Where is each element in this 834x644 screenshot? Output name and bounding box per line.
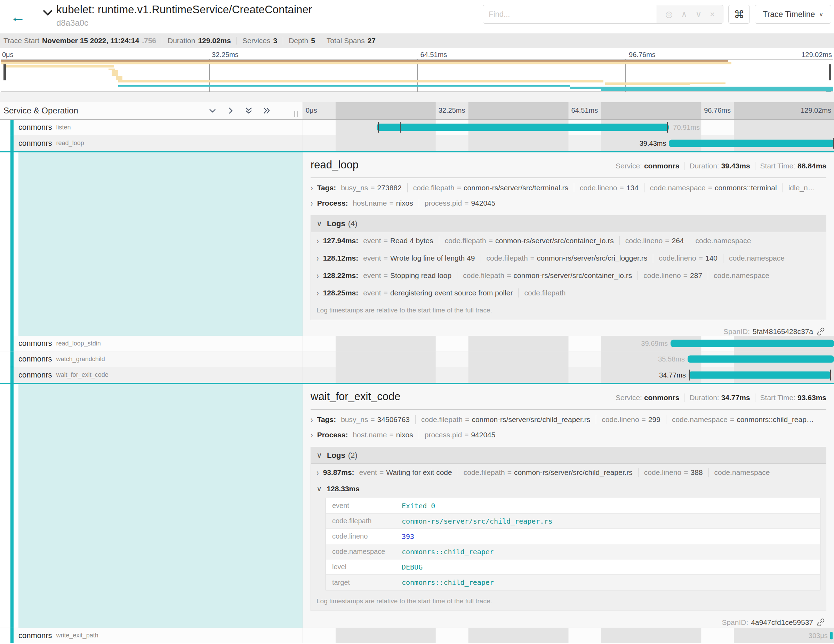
header-controls: ◎ ∧ ∨ × ⌘ Trace Timeline ∨ bbox=[483, 5, 831, 24]
span-color-accent bbox=[10, 628, 14, 643]
expand-all-icon[interactable] bbox=[262, 106, 271, 115]
tags-row[interactable]: › Tags: busy_ns=34506763 code.filepath=c… bbox=[310, 412, 826, 427]
logs-header[interactable]: ∨ Logs(2) bbox=[311, 447, 826, 464]
copy-link-icon[interactable] bbox=[816, 327, 825, 336]
span-color-accent bbox=[10, 351, 14, 367]
span-detail-left-pane[interactable] bbox=[0, 152, 303, 336]
logs-section: ∨ Logs(2) › 93.87ms: event=Waiting for e… bbox=[310, 447, 826, 611]
chevron-down-icon: ∨ bbox=[317, 219, 322, 228]
span-bar[interactable] bbox=[689, 371, 832, 379]
span-name-cell[interactable]: conmonrs listen bbox=[0, 120, 303, 135]
back-button[interactable]: ← bbox=[0, 0, 36, 33]
table-row: event Exited 0 bbox=[326, 498, 820, 513]
table-row: code.namespace conmonrs::child_reaper bbox=[326, 544, 820, 560]
span-service: conmonrs bbox=[18, 631, 52, 640]
span-name-cell[interactable]: conmonrs write_exit_path bbox=[0, 628, 303, 643]
span-operation: write_exit_path bbox=[57, 632, 99, 639]
span-row-watch-grandchild: conmonrs watch_grandchild 35.58ms bbox=[0, 351, 834, 367]
log-entry[interactable]: › 128.22ms: event=Stopping read loop cod… bbox=[311, 267, 826, 284]
trace-title-block: kubelet: runtime.v1.RuntimeService/Creat… bbox=[36, 0, 312, 33]
chevron-down-icon: ∨ bbox=[317, 485, 322, 493]
span-detail-left-pane[interactable] bbox=[0, 384, 303, 628]
page-title: kubelet: runtime.v1.RuntimeService/Creat… bbox=[57, 3, 312, 16]
locate-icon[interactable]: ◎ bbox=[665, 10, 672, 19]
span-detail-meta: Service:conmonrs Duration:34.77ms Start … bbox=[616, 393, 826, 402]
log-entry[interactable]: › 93.87ms: event=Waiting for exit code c… bbox=[311, 464, 826, 481]
span-color-accent bbox=[10, 336, 14, 351]
collapse-all-icon[interactable] bbox=[244, 106, 253, 115]
clear-search-icon[interactable]: × bbox=[710, 10, 715, 19]
chevron-right-icon: › bbox=[317, 253, 319, 264]
span-operation: watch_grandchild bbox=[57, 356, 105, 363]
process-row[interactable]: › Process: host.name=nixos process.pid=9… bbox=[310, 196, 826, 211]
collapse-title-icon[interactable] bbox=[42, 9, 53, 18]
collapse-one-icon[interactable] bbox=[208, 106, 217, 115]
span-operation: read_loop_stdin bbox=[57, 340, 101, 347]
span-service: conmonrs bbox=[18, 371, 52, 380]
log-entry[interactable]: › 127.94ms: event=Read 4 bytes code.file… bbox=[311, 232, 826, 249]
table-row: code.lineno 393 bbox=[326, 529, 820, 544]
span-name-cell[interactable]: conmonrs read_loop_stdin bbox=[0, 336, 303, 351]
span-duration-label: 70.91ms bbox=[673, 123, 700, 131]
logs-header[interactable]: ∨ Logs(4) bbox=[311, 215, 826, 232]
command-icon: ⌘ bbox=[734, 8, 744, 21]
span-detail-read-loop: read_loop Service:conmonrs Duration:39.4… bbox=[0, 152, 834, 336]
span-bar[interactable] bbox=[830, 632, 832, 639]
column-resizer-handle[interactable] bbox=[294, 111, 298, 117]
span-detail-meta: Service:conmonrs Duration:39.43ms Start … bbox=[616, 162, 826, 170]
span-bar[interactable] bbox=[377, 124, 669, 131]
span-detail-title: read_loop bbox=[310, 159, 359, 171]
tags-row[interactable]: › Tags: busy_ns=273882 code.filepath=con… bbox=[310, 180, 826, 196]
span-timeline-cell: 35.58ms bbox=[303, 351, 834, 367]
minimap-canvas[interactable] bbox=[1, 59, 833, 92]
log-entry[interactable]: › 128.25ms: event=deregistering event so… bbox=[311, 284, 826, 302]
chevron-right-icon: › bbox=[310, 414, 313, 425]
table-row: level DEBUG bbox=[326, 560, 820, 575]
find-input[interactable] bbox=[489, 10, 651, 19]
span-service: conmonrs bbox=[18, 123, 52, 132]
span-id-value: 4a947cfd1ce59537 bbox=[751, 618, 813, 626]
span-name-cell[interactable]: conmonrs wait_for_exit_code bbox=[0, 367, 303, 383]
next-result-icon[interactable]: ∨ bbox=[696, 10, 702, 19]
trace-depth: Depth5 bbox=[289, 37, 315, 45]
copy-link-icon[interactable] bbox=[816, 618, 825, 626]
span-row-read-loop: conmonrs read_loop 39.43ms bbox=[0, 135, 834, 152]
span-color-accent bbox=[10, 384, 14, 628]
chevron-right-icon: › bbox=[317, 467, 319, 478]
span-duration-label: 34.77ms bbox=[659, 371, 686, 379]
chevron-right-icon: › bbox=[317, 236, 319, 246]
process-row[interactable]: › Process: host.name=nixos process.pid=9… bbox=[310, 427, 826, 443]
view-selector-label: Trace Timeline bbox=[763, 10, 815, 19]
trace-id: d8a3a0c bbox=[57, 18, 312, 28]
logs-note: Log timestamps are relative to the start… bbox=[311, 302, 826, 320]
chevron-down-icon: ∨ bbox=[317, 451, 322, 460]
span-row-listen: conmonrs listen 70.91ms bbox=[0, 120, 834, 135]
expand-one-icon[interactable] bbox=[226, 106, 235, 115]
span-service: conmonrs bbox=[18, 354, 52, 364]
log-entry[interactable]: › 128.12ms: event=Wrote log line of leng… bbox=[311, 249, 826, 267]
span-id-value: 5faf48165428c37a bbox=[753, 327, 813, 336]
span-timeline-cell: 34.77ms bbox=[303, 367, 834, 383]
span-name-cell[interactable]: conmonrs watch_grandchild bbox=[0, 351, 303, 367]
span-color-accent bbox=[10, 120, 14, 135]
span-bar[interactable] bbox=[671, 340, 834, 347]
span-detail-wait-for-exit-code: wait_for_exit_code Service:conmonrs Dura… bbox=[0, 384, 834, 628]
span-row-read-loop-stdin: conmonrs read_loop_stdin 39.69ms bbox=[0, 336, 834, 351]
trace-services: Services3 bbox=[242, 37, 277, 45]
span-duration-label: 35.58ms bbox=[658, 355, 685, 363]
spacer bbox=[0, 92, 834, 102]
span-operation: wait_for_exit_code bbox=[57, 371, 108, 379]
trace-total-spans: Total Spans27 bbox=[326, 37, 376, 45]
view-selector-button[interactable]: Trace Timeline ∨ bbox=[755, 5, 831, 24]
chevron-right-icon: › bbox=[317, 288, 319, 298]
span-name-cell[interactable]: conmonrs read_loop bbox=[0, 135, 303, 151]
prev-result-icon[interactable]: ∧ bbox=[681, 10, 687, 19]
span-duration-label: 39.69ms bbox=[641, 340, 668, 348]
span-bar[interactable] bbox=[688, 356, 834, 363]
keyboard-shortcuts-button[interactable]: ⌘ bbox=[728, 5, 750, 24]
span-color-accent bbox=[10, 367, 14, 383]
span-operation: read_loop bbox=[57, 139, 84, 147]
span-bar[interactable] bbox=[669, 139, 834, 147]
log-entry-expanded[interactable]: ∨ 128.33ms bbox=[311, 481, 826, 494]
logs-note: Log timestamps are relative to the start… bbox=[311, 592, 826, 611]
